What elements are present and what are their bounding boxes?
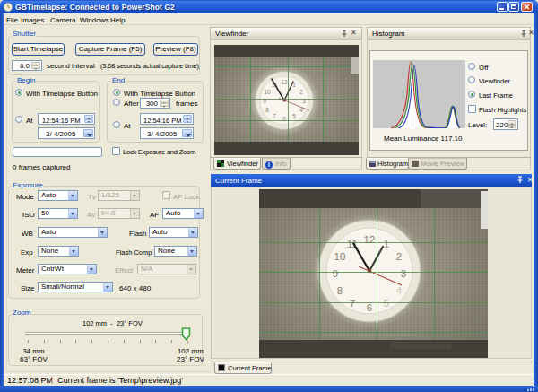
svg-text:5: 5	[384, 298, 389, 309]
svg-text:2: 2	[396, 251, 402, 262]
svg-text:6: 6	[367, 302, 372, 313]
svg-text:9: 9	[333, 268, 338, 279]
svg-text:7: 7	[350, 298, 355, 309]
svg-text:3: 3	[401, 268, 406, 279]
svg-text:4: 4	[396, 285, 403, 296]
svg-text:7: 7	[273, 113, 276, 119]
svg-text:10: 10	[264, 89, 271, 95]
svg-text:10: 10	[334, 251, 346, 262]
svg-text:1: 1	[384, 239, 389, 249]
svg-text:8: 8	[265, 107, 269, 113]
svg-text:2: 2	[299, 89, 303, 95]
svg-text:8: 8	[337, 285, 343, 296]
svg-text:12: 12	[364, 234, 376, 245]
svg-text:12: 12	[281, 79, 288, 85]
svg-text:5: 5	[292, 113, 296, 119]
